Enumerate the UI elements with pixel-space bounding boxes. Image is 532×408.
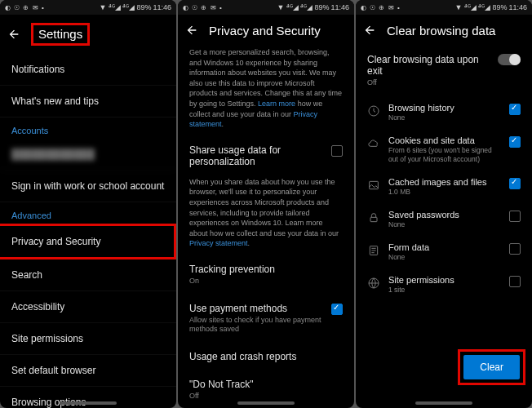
page-title: Privacy and Security	[209, 24, 321, 38]
cloud-icon	[367, 137, 380, 150]
nav-signin-work[interactable]: Sign in with work or school account	[0, 171, 176, 202]
sitepermissions-checkbox[interactable]	[509, 276, 521, 287]
cookies-row[interactable]: Cookies and site data From 6 sites (you …	[356, 129, 532, 171]
nav-default-browser[interactable]: Set default browser	[0, 355, 176, 387]
cookies-checkbox[interactable]	[509, 136, 521, 148]
clear-data-screen: ◐ ☉ ⊕ ✉ • ▼ ⁴ᴳ◢ ⁴ᴳ◢ 89% 11:46 Clear brow…	[356, 0, 532, 408]
status-right: ▼ ⁴ᴳ◢ ⁴ᴳ◢ 89% 11:46	[455, 3, 527, 11]
payment-checkbox[interactable]	[331, 304, 343, 315]
page-title: Clear browsing data	[387, 24, 495, 38]
nav-browsing-options[interactable]: Browsing options	[0, 387, 176, 408]
back-arrow-icon[interactable]	[362, 23, 377, 38]
formdata-row[interactable]: Form data None	[356, 236, 532, 268]
section-advanced: Advanced	[0, 202, 176, 224]
header: Privacy and Security	[178, 15, 354, 46]
clear-button[interactable]: Clear	[463, 355, 520, 379]
status-left-icons: ◐ ☉ ⊕ ✉ •	[5, 4, 45, 11]
status-bar: ◐ ☉ ⊕ ✉ • ▼ ⁴ᴳ◢ ⁴ᴳ◢ 89% 11:46	[356, 0, 532, 15]
status-right: ▼ ⁴ᴳ◢ ⁴ᴳ◢ 89% 11:46	[100, 3, 171, 11]
passwords-row[interactable]: Saved passwords None	[356, 203, 532, 236]
settings-screen: ◐ ☉ ⊕ ✉ • ▼ ⁴ᴳ◢ ⁴ᴳ◢ 89% 11:46 Settings N…	[0, 0, 176, 408]
browsing-history-row[interactable]: Browsing history None	[356, 96, 532, 129]
nav-search[interactable]: Search	[0, 259, 176, 291]
privacy-content: Get a more personalized search, browsing…	[178, 46, 354, 408]
form-icon	[367, 244, 380, 257]
svg-rect-2	[370, 217, 377, 221]
cached-row[interactable]: Cached images and files 1.0 MB	[356, 171, 532, 203]
cached-checkbox[interactable]	[509, 178, 521, 189]
settings-list: Notifications What's new and tips Accoun…	[0, 54, 176, 408]
share-usage-row[interactable]: Share usage data for personalization	[178, 136, 354, 175]
nav-account-hidden[interactable]: ████████████	[0, 139, 176, 171]
sitepermissions-row[interactable]: Site permissions 1 site	[356, 268, 532, 301]
status-left-icons: ◐ ☉ ⊕ ✉ •	[361, 4, 401, 11]
back-arrow-icon[interactable]	[184, 23, 199, 38]
page-title: Settings	[38, 27, 82, 41]
privacy-screen: ◐ ☉ ⊕ ✉ • ▼ ⁴ᴳ◢ ⁴ᴳ◢ 89% 11:46 Privacy an…	[178, 0, 354, 408]
lock-icon	[367, 211, 380, 224]
header: Settings	[0, 15, 176, 54]
status-left-icons: ◐ ☉ ⊕ ✉ •	[183, 4, 223, 11]
nav-bar-handle	[237, 401, 295, 405]
nav-privacy-security[interactable]: Privacy and Security	[0, 224, 176, 259]
status-bar: ◐ ☉ ⊕ ✉ • ▼ ⁴ᴳ◢ ⁴ᴳ◢ 89% 11:46	[178, 0, 354, 15]
nav-bar-handle	[415, 401, 472, 405]
browsing-history-checkbox[interactable]	[509, 104, 521, 115]
tracking-row[interactable]: Tracking prevention On	[178, 255, 354, 295]
back-arrow-icon[interactable]	[7, 27, 21, 42]
payment-row[interactable]: Use payment methods Allow sites to check…	[178, 295, 354, 343]
globe-icon	[367, 277, 380, 290]
privacy-statement-link2[interactable]: Privacy statement	[189, 239, 248, 247]
share-usage-checkbox[interactable]	[331, 145, 343, 157]
history-icon	[367, 104, 380, 118]
clear-on-exit-toggle[interactable]	[498, 54, 521, 65]
nav-whatsnew[interactable]: What's new and tips	[0, 86, 176, 118]
clear-on-exit-row[interactable]: Clear browsing data upon exit Off	[356, 46, 532, 96]
learn-more-link[interactable]: Learn more	[258, 100, 295, 108]
image-icon	[367, 179, 380, 192]
formdata-checkbox[interactable]	[509, 243, 521, 255]
header: Clear browsing data	[356, 15, 532, 46]
settings-title-highlight: Settings	[31, 23, 90, 46]
clear-button-highlight: Clear	[458, 349, 525, 385]
nav-site-permissions[interactable]: Site permissions	[0, 323, 176, 355]
section-accounts: Accounts	[0, 118, 176, 139]
nav-bar-handle	[60, 401, 117, 405]
status-bar: ◐ ☉ ⊕ ✉ • ▼ ⁴ᴳ◢ ⁴ᴳ◢ 89% 11:46	[0, 0, 176, 15]
nav-accessibility[interactable]: Accessibility	[0, 291, 176, 323]
usage-crash-row[interactable]: Usage and crash reports	[178, 343, 354, 370]
share-usage-desc: When you share data about how you use th…	[178, 175, 354, 255]
nav-notifications[interactable]: Notifications	[0, 54, 176, 86]
status-right: ▼ ⁴ᴳ◢ ⁴ᴳ◢ 89% 11:46	[277, 3, 349, 11]
personalized-desc: Get a more personalized search, browsing…	[178, 46, 354, 136]
passwords-checkbox[interactable]	[509, 211, 521, 222]
